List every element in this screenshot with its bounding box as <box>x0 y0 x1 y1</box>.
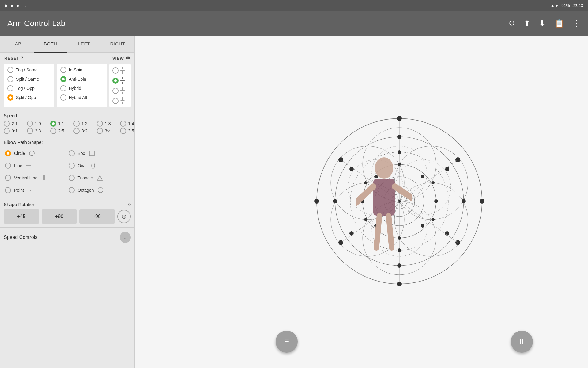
split-same-radio[interactable] <box>7 76 13 82</box>
speed-radio-3-5[interactable] <box>120 128 126 134</box>
hybrid-alt-radio[interactable] <box>60 94 66 101</box>
rotate-plus45-button[interactable]: +45 <box>4 209 39 224</box>
elbow-octagon[interactable]: Octagon <box>67 184 131 196</box>
split-same-option[interactable]: Split / Same <box>7 76 51 82</box>
elbow-point[interactable]: Point <box>4 184 67 196</box>
motion-controls: Tog / Same Split / Same Tog / Opp Split … <box>0 64 134 111</box>
elbow-circle-radio[interactable] <box>5 150 11 156</box>
elbow-line-radio[interactable] <box>5 163 11 169</box>
hybrid-option[interactable]: Hybrid <box>60 85 104 91</box>
slider-radio-4[interactable] <box>112 98 119 104</box>
speed-1-1[interactable]: 1:1 <box>50 121 69 127</box>
vline-shape-icon <box>40 174 48 182</box>
tog-same-radio[interactable] <box>7 67 13 73</box>
upload-icon[interactable]: ⬆ <box>524 19 530 28</box>
tab-lab[interactable]: LAB <box>0 36 34 52</box>
slider-radio-3[interactable] <box>112 88 119 94</box>
elbow-circle[interactable]: Circle <box>4 147 67 159</box>
anti-spin-option[interactable]: Anti-Spin <box>60 76 104 82</box>
status-bar: ▶ ▶ ▶ ... ▲▼ 91% 22:43 <box>0 0 588 11</box>
split-opp-option[interactable]: Split / Opp <box>7 94 51 101</box>
download-icon[interactable]: ⬇ <box>539 19 546 28</box>
slider-radio-2[interactable] <box>112 78 119 84</box>
speed-radio-1-4[interactable] <box>120 121 126 127</box>
speed-1-3[interactable]: 1:3 <box>97 121 115 127</box>
speed-radio-2-5[interactable] <box>50 128 56 134</box>
speed-radio-3-2[interactable] <box>74 128 80 134</box>
tog-opp-option[interactable]: Tog / Opp <box>7 85 51 91</box>
tab-both[interactable]: BOTH <box>34 36 67 53</box>
elbow-triangle[interactable]: Triangle <box>67 172 131 184</box>
rotation-dial-icon[interactable]: ⊕ <box>117 210 131 223</box>
speed-2-3[interactable]: 2:3 <box>27 128 45 134</box>
app-title: Arm Control Lab <box>7 19 508 28</box>
speed-label-1-0: 1:0 <box>35 121 41 126</box>
elbow-triangle-radio[interactable] <box>69 175 75 181</box>
speed-1-4[interactable]: 1:4 <box>120 121 135 127</box>
speed-3-2[interactable]: 3:2 <box>74 128 92 134</box>
elbow-vline[interactable]: Vertical Line <box>4 172 67 184</box>
elbow-vline-radio[interactable] <box>5 175 11 181</box>
float-menu-button[interactable]: ≡ <box>276 331 298 353</box>
elbow-oval[interactable]: Oval <box>67 159 131 172</box>
svg-line-64 <box>395 186 412 202</box>
in-spin-radio[interactable] <box>60 67 66 73</box>
elbow-point-radio[interactable] <box>5 187 11 193</box>
in-spin-label: In-Spin <box>69 67 82 72</box>
hybrid-alt-option[interactable]: Hybrid Alt <box>60 94 104 101</box>
speed-grid: 2:1 1:0 1:1 1:2 1:3 <box>0 119 134 138</box>
float-pause-button[interactable]: ⏸ <box>511 331 533 353</box>
speed-2-1[interactable]: 2:1 <box>4 121 22 127</box>
time-text: 22:43 <box>572 3 583 8</box>
motion-group-2: In-Spin Anti-Spin Hybrid Hybrid Alt <box>57 64 107 107</box>
tab-right[interactable]: RIGHT <box>101 36 134 52</box>
tab-left[interactable]: LEFT <box>67 36 101 52</box>
split-opp-radio[interactable] <box>7 94 13 101</box>
speed-radio-2-1[interactable] <box>4 121 10 127</box>
slider-icon-3 <box>120 87 125 94</box>
speed-radio-1-1[interactable] <box>50 121 56 127</box>
elbow-box-radio[interactable] <box>69 150 75 156</box>
view-button[interactable]: VIEW 👁 <box>112 56 130 61</box>
more-icon[interactable]: ⋮ <box>573 19 581 28</box>
anti-spin-radio[interactable] <box>60 76 66 82</box>
elbow-line[interactable]: Line <box>4 159 67 172</box>
speed-radio-3-4[interactable] <box>97 128 103 134</box>
speed-controls-expand-button[interactable]: ⌄ <box>120 232 131 243</box>
slider-radio-1[interactable] <box>112 67 119 74</box>
speed-radio-1-0[interactable] <box>27 121 33 127</box>
clipboard-icon[interactable]: 📋 <box>554 19 564 28</box>
speed-label-3-2: 3:2 <box>81 128 87 133</box>
elbow-box[interactable]: Box <box>67 147 131 159</box>
reset-button[interactable]: RESET ↻ <box>4 56 25 61</box>
hybrid-radio[interactable] <box>60 85 66 91</box>
speed-label-3-5: 3:5 <box>128 128 134 133</box>
person-svg <box>356 153 412 251</box>
elbow-octagon-radio[interactable] <box>69 187 75 193</box>
speed-0-1[interactable]: 0:1 <box>4 128 22 134</box>
elbow-oval-radio[interactable] <box>69 163 75 169</box>
in-spin-option[interactable]: In-Spin <box>60 67 104 73</box>
reset-icon: ↻ <box>21 56 25 61</box>
svg-point-61 <box>375 157 393 179</box>
rotation-value: 0 <box>128 202 131 207</box>
speed-radio-1-3[interactable] <box>97 121 103 127</box>
speed-radio-2-3[interactable] <box>27 128 33 134</box>
motion-group-1: Tog / Same Split / Same Tog / Opp Split … <box>4 64 54 107</box>
refresh-icon[interactable]: ↻ <box>508 19 515 28</box>
elbow-circle-label: Circle <box>14 151 25 156</box>
rotate-minus90-button[interactable]: -90 <box>79 209 115 224</box>
tog-same-option[interactable]: Tog / Same <box>7 67 51 73</box>
rotation-label-row: Shape Rotation: 0 <box>4 202 131 207</box>
speed-2-5[interactable]: 2:5 <box>50 128 69 134</box>
oval-shape-icon <box>89 162 97 169</box>
speed-3-4[interactable]: 3:4 <box>97 128 115 134</box>
speed-1-0[interactable]: 1:0 <box>27 121 45 127</box>
rotate-plus90-button[interactable]: +90 <box>42 209 77 224</box>
speed-radio-1-2[interactable] <box>74 121 80 127</box>
view-label: VIEW <box>112 56 124 61</box>
speed-1-2[interactable]: 1:2 <box>74 121 92 127</box>
speed-3-5[interactable]: 3:5 <box>120 128 135 134</box>
speed-radio-0-1[interactable] <box>4 128 10 134</box>
tog-opp-radio[interactable] <box>7 85 13 91</box>
